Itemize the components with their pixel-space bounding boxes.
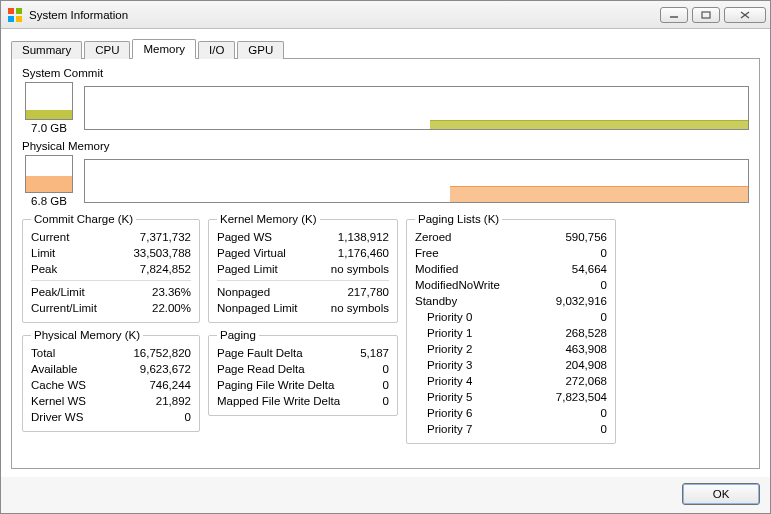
- stats-groups: Commit Charge (K) Current7,371,732 Limit…: [22, 213, 749, 444]
- svg-rect-2: [8, 16, 14, 22]
- tab-memory[interactable]: Memory: [132, 39, 196, 59]
- physical-memory-title: Physical Memory: [22, 140, 749, 152]
- window: System Information Summary CPU Memory I/…: [0, 0, 771, 514]
- commit-charge-legend: Commit Charge (K): [31, 213, 136, 225]
- app-icon: [7, 7, 23, 23]
- tab-summary[interactable]: Summary: [11, 41, 82, 59]
- system-commit-row: 7.0 GB: [22, 82, 749, 134]
- ok-button[interactable]: OK: [682, 483, 760, 505]
- paging-legend: Paging: [217, 329, 259, 341]
- maximize-button[interactable]: [692, 7, 720, 23]
- tab-gpu[interactable]: GPU: [237, 41, 284, 59]
- paging-lists-legend: Paging Lists (K): [415, 213, 502, 225]
- window-title: System Information: [29, 9, 656, 21]
- close-button[interactable]: [724, 7, 766, 23]
- physical-memory-mini-label: 6.8 GB: [31, 195, 67, 207]
- svg-rect-5: [702, 12, 710, 18]
- system-commit-mini-graph: [25, 82, 73, 120]
- system-commit-mini-label: 7.0 GB: [31, 122, 67, 134]
- tab-strip: Summary CPU Memory I/O GPU: [11, 37, 760, 59]
- physical-memory-legend: Physical Memory (K): [31, 329, 143, 341]
- physical-memory-group: Physical Memory (K) Total16,752,820 Avai…: [22, 329, 200, 432]
- physical-memory-history-graph: [84, 159, 749, 203]
- paging-group: Paging Page Fault Delta5,187 Page Read D…: [208, 329, 398, 416]
- tab-panel-memory: System Commit 7.0 GB Physical Memory 6.8…: [11, 59, 760, 469]
- paging-lists-group: Paging Lists (K) Zeroed590,756 Free0 Mod…: [406, 213, 616, 444]
- footer: OK: [1, 477, 770, 513]
- physical-memory-mini-graph: [25, 155, 73, 193]
- physical-memory-row: 6.8 GB: [22, 155, 749, 207]
- kernel-memory-group: Kernel Memory (K) Paged WS1,138,912 Page…: [208, 213, 398, 323]
- tab-cpu[interactable]: CPU: [84, 41, 130, 59]
- titlebar[interactable]: System Information: [1, 1, 770, 29]
- minimize-button[interactable]: [660, 7, 688, 23]
- svg-rect-3: [16, 16, 22, 22]
- system-commit-history-graph: [84, 86, 749, 130]
- tab-io[interactable]: I/O: [198, 41, 235, 59]
- physical-memory-mini: 6.8 GB: [22, 155, 76, 207]
- svg-rect-1: [16, 8, 22, 14]
- system-commit-mini: 7.0 GB: [22, 82, 76, 134]
- svg-rect-0: [8, 8, 14, 14]
- system-commit-title: System Commit: [22, 67, 749, 79]
- commit-charge-group: Commit Charge (K) Current7,371,732 Limit…: [22, 213, 200, 323]
- kernel-memory-legend: Kernel Memory (K): [217, 213, 320, 225]
- content-area: Summary CPU Memory I/O GPU System Commit…: [1, 29, 770, 477]
